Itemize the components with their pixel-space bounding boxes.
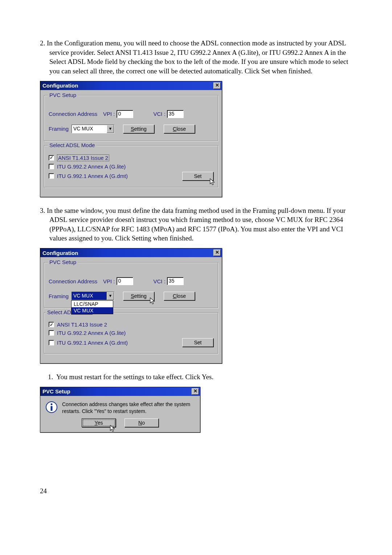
msgbox-body: Connection address changes take effect a… <box>62 401 196 415</box>
cursor-icon <box>209 178 216 186</box>
framing-label: Framing <box>49 126 69 132</box>
pvc-setup-msgbox: PVC Setup ✕ Connection address changes t… <box>40 387 200 433</box>
setting-button[interactable]: Setting <box>123 125 154 133</box>
vci-input[interactable]: 35 <box>167 277 184 285</box>
vpi-input[interactable]: 0 <box>117 110 133 118</box>
svg-marker-5 <box>110 425 115 431</box>
svg-marker-0 <box>210 178 215 185</box>
gdmt-label: ITU G.992.1 Annex A (G.dmt) <box>57 340 128 346</box>
svg-point-3 <box>51 403 53 405</box>
pvc-legend: PVC Setup <box>48 259 78 265</box>
checkbox-gdmt[interactable] <box>49 340 54 345</box>
checkbox-ansi[interactable]: ✓ <box>49 322 54 327</box>
connection-address-label: Connection Address <box>49 111 103 117</box>
vci-label: VCI : <box>154 111 166 117</box>
adsl-mode-legend: Select ADSL Mode <box>48 142 96 148</box>
page-number: 24 <box>40 487 352 495</box>
svg-rect-4 <box>51 406 53 411</box>
vpi-label: VPI : <box>103 278 115 284</box>
close-button[interactable]: Close <box>164 125 195 133</box>
info-icon <box>45 401 58 413</box>
ansi-label: ANSI T1.413 Issue 2 <box>57 154 109 161</box>
pvc-legend: PVC Setup <box>48 92 78 98</box>
dropdown-option-vcmux[interactable]: VC MUX <box>72 307 113 314</box>
setting-button[interactable]: Setting <box>123 292 154 300</box>
gdmt-label: ITU G.992.1 Annex A (G.dmt) <box>57 173 128 179</box>
pvc-setup-group: PVC Setup Connection Address VPI : 0 VCI… <box>44 262 218 308</box>
adsl-mode-group: Select ADSL Mode ✓ ANSI T1.413 Issue 2 I… <box>44 312 218 354</box>
checkbox-gdmt[interactable] <box>49 173 54 179</box>
title-text: PVC Setup <box>42 388 70 394</box>
framing-select[interactable]: VC MUX ▼ <box>72 125 114 133</box>
set-button[interactable]: Set <box>182 172 213 181</box>
titlebar: Configuration ✕ <box>40 81 222 90</box>
framing-value: VC MUX <box>72 125 107 133</box>
framing-dropdown[interactable]: LLC/SNAP VC MUX <box>71 300 113 314</box>
close-button[interactable]: Close <box>164 292 195 300</box>
checkbox-glite[interactable] <box>49 330 54 336</box>
pvc-setup-group: PVC Setup Connection Address VPI : 0 VCI… <box>44 95 218 141</box>
cursor-icon <box>150 297 156 305</box>
svg-marker-1 <box>150 298 155 304</box>
ansi-label: ANSI T1.413 Issue 2 <box>57 321 107 328</box>
glite-label: ITU G.992.2 Annex A (G.lite) <box>57 330 126 336</box>
titlebar: Configuration ✕ <box>40 248 222 257</box>
set-button[interactable]: Set <box>182 338 213 347</box>
yes-button[interactable]: Yes <box>82 418 116 427</box>
dropdown-option-llcsnap[interactable]: LLC/SNAP <box>72 301 113 307</box>
close-icon[interactable]: ✕ <box>213 82 221 89</box>
glite-label: ITU G.992.2 Annex A (G.lite) <box>57 163 126 170</box>
title-text: Configuration <box>42 82 78 89</box>
vci-input[interactable]: 35 <box>167 110 184 118</box>
title-text: Configuration <box>42 250 78 256</box>
cursor-icon <box>110 425 116 433</box>
framing-value: VC MUX <box>72 292 107 300</box>
connection-address-label: Connection Address <box>49 278 103 284</box>
configuration-dialog-1: Configuration ✕ PVC Setup Connection Add… <box>40 81 222 197</box>
step-2-text: 2. In the Configuration menu, you will n… <box>40 39 352 76</box>
titlebar: PVC Setup ✕ <box>40 387 200 396</box>
framing-select[interactable]: VC MUX ▼ <box>72 292 114 300</box>
no-button[interactable]: No <box>124 418 159 427</box>
framing-label: Framing <box>49 293 69 299</box>
chevron-down-icon[interactable]: ▼ <box>107 125 114 133</box>
configuration-dialog-2: Configuration ✕ PVC Setup Connection Add… <box>40 248 222 364</box>
close-icon[interactable]: ✕ <box>192 388 199 395</box>
checkbox-glite[interactable] <box>49 164 54 169</box>
step-3-text: 3. In the same window, you must define t… <box>40 206 352 243</box>
vci-label: VCI : <box>154 278 166 284</box>
step-restart-text: 1. You must restart for the settings to … <box>40 372 352 382</box>
close-icon[interactable]: ✕ <box>213 250 221 256</box>
vpi-label: VPI : <box>103 111 115 117</box>
checkbox-ansi[interactable]: ✓ <box>49 155 54 161</box>
vpi-input[interactable]: 0 <box>117 277 133 285</box>
adsl-mode-group: Select ADSL Mode ✓ ANSI T1.413 Issue 2 I… <box>44 145 218 187</box>
chevron-down-icon[interactable]: ▼ <box>107 292 114 300</box>
